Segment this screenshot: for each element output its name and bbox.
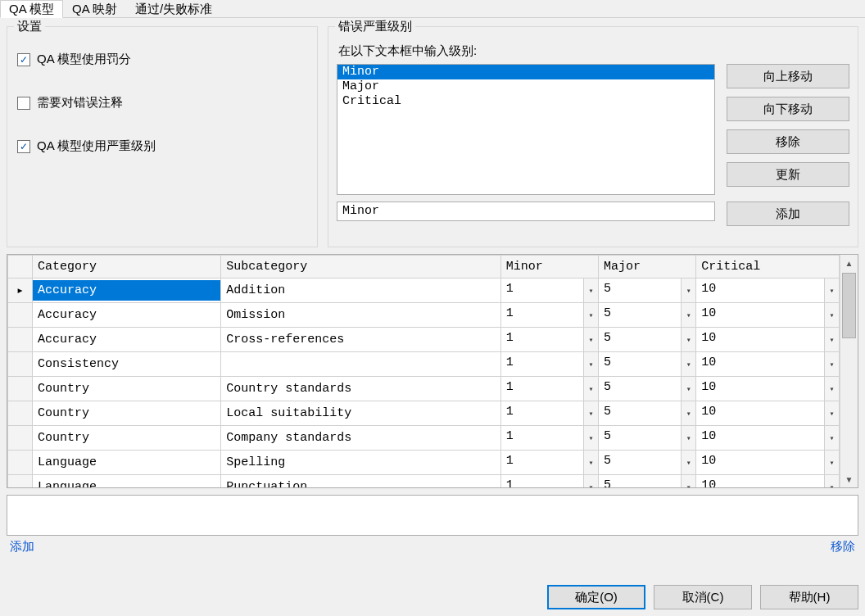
table-row[interactable]: CountryCompany standards1▾5▾10▾ <box>8 426 840 451</box>
col-major[interactable]: Major <box>598 256 695 279</box>
dropdown-arrow-icon[interactable]: ▾ <box>681 377 695 401</box>
dropdown-arrow-icon[interactable]: ▾ <box>824 328 839 351</box>
tab-qa-model[interactable]: QA 模型 <box>0 0 63 18</box>
cell-major[interactable]: 5▾ <box>598 426 695 451</box>
dropdown-arrow-icon[interactable]: ▾ <box>824 279 839 302</box>
cell-major[interactable]: 5▾ <box>598 328 695 352</box>
table-row[interactable]: CountryCountry standards1▾5▾10▾ <box>8 377 840 401</box>
scroll-up-icon[interactable]: ▲ <box>840 255 858 271</box>
dropdown-arrow-icon[interactable]: ▾ <box>681 352 695 376</box>
cell-critical[interactable]: 10▾ <box>696 426 840 451</box>
cell-category[interactable]: Country <box>33 377 221 401</box>
cell-category[interactable]: Accuracy <box>33 279 221 303</box>
cb-comment[interactable]: ✓ <box>17 97 30 110</box>
table-row[interactable]: ▸AccuracyAddition1▾5▾10▾ <box>8 279 840 303</box>
scroll-down-icon[interactable]: ▼ <box>840 471 858 487</box>
cell-major[interactable]: 5▾ <box>598 451 695 475</box>
cell-critical[interactable]: 10▾ <box>696 451 840 475</box>
cell-subcategory[interactable]: Addition <box>221 279 500 303</box>
cell-major[interactable]: 5▾ <box>598 401 695 426</box>
severity-input[interactable]: Minor <box>337 202 715 221</box>
dropdown-arrow-icon[interactable]: ▾ <box>681 328 695 351</box>
cell-subcategory[interactable] <box>221 352 500 377</box>
cell-minor[interactable]: 1▾ <box>500 279 598 303</box>
update-severity-button[interactable]: 更新 <box>727 162 849 187</box>
dropdown-arrow-icon[interactable]: ▾ <box>681 426 695 450</box>
dropdown-arrow-icon[interactable]: ▾ <box>824 451 839 474</box>
col-minor[interactable]: Minor <box>500 256 598 279</box>
dropdown-arrow-icon[interactable]: ▾ <box>583 426 598 450</box>
dropdown-arrow-icon[interactable]: ▾ <box>681 451 695 474</box>
ok-button[interactable]: 确定(O) <box>547 585 645 609</box>
cell-category[interactable]: Language <box>33 475 221 488</box>
table-row[interactable]: Consistency1▾5▾10▾ <box>8 352 840 377</box>
cell-subcategory[interactable]: Cross-references <box>221 328 500 352</box>
cell-category[interactable]: Consistency <box>33 352 221 377</box>
severity-item-minor[interactable]: Minor <box>337 65 714 79</box>
scroll-thumb[interactable] <box>842 273 856 338</box>
dropdown-arrow-icon[interactable]: ▾ <box>583 279 598 302</box>
cell-major[interactable]: 5▾ <box>598 279 695 303</box>
cell-minor[interactable]: 1▾ <box>500 451 598 475</box>
cell-minor[interactable]: 1▾ <box>500 475 598 488</box>
cb-severity[interactable]: ✓ <box>17 140 30 153</box>
dropdown-arrow-icon[interactable]: ▾ <box>681 475 695 487</box>
severity-list[interactable]: Minor Major Critical <box>337 64 715 195</box>
cell-critical[interactable]: 10▾ <box>696 279 840 303</box>
row-header[interactable] <box>8 451 33 475</box>
table-row[interactable]: LanguagePunctuation1▾5▾10▾ <box>8 475 840 488</box>
add-severity-button[interactable]: 添加 <box>727 202 849 226</box>
cell-minor[interactable]: 1▾ <box>500 352 598 377</box>
description-textbox[interactable] <box>7 495 858 536</box>
table-row[interactable]: AccuracyCross-references1▾5▾10▾ <box>8 328 840 352</box>
dropdown-arrow-icon[interactable]: ▾ <box>824 352 839 376</box>
cell-category[interactable]: Accuracy <box>33 328 221 352</box>
row-header[interactable] <box>8 401 33 426</box>
cell-category[interactable]: Country <box>33 401 221 426</box>
col-category[interactable]: Category <box>33 256 221 279</box>
table-row[interactable]: LanguageSpelling1▾5▾10▾ <box>8 451 840 475</box>
grid-scrollbar[interactable]: ▲ ▼ <box>840 255 858 487</box>
col-critical[interactable]: Critical <box>696 256 840 279</box>
cell-critical[interactable]: 10▾ <box>696 401 840 426</box>
cell-minor[interactable]: 1▾ <box>500 303 598 328</box>
cell-critical[interactable]: 10▾ <box>696 377 840 401</box>
dropdown-arrow-icon[interactable]: ▾ <box>583 352 598 376</box>
dropdown-arrow-icon[interactable]: ▾ <box>583 328 598 351</box>
dropdown-arrow-icon[interactable]: ▾ <box>824 303 839 327</box>
cell-subcategory[interactable]: Local suitability <box>221 401 500 426</box>
cell-minor[interactable]: 1▾ <box>500 426 598 451</box>
cell-critical[interactable]: 10▾ <box>696 352 840 377</box>
cell-subcategory[interactable]: Omission <box>221 303 500 328</box>
move-up-button[interactable]: 向上移动 <box>727 64 849 88</box>
dropdown-arrow-icon[interactable]: ▾ <box>583 303 598 327</box>
cell-major[interactable]: 5▾ <box>598 303 695 328</box>
dropdown-arrow-icon[interactable]: ▾ <box>583 401 598 425</box>
cell-subcategory[interactable]: Punctuation <box>221 475 500 488</box>
dropdown-arrow-icon[interactable]: ▾ <box>824 401 839 425</box>
row-header[interactable]: ▸ <box>8 279 33 303</box>
dropdown-arrow-icon[interactable]: ▾ <box>681 401 695 425</box>
cell-critical[interactable]: 10▾ <box>696 328 840 352</box>
tab-pass-fail[interactable]: 通过/失败标准 <box>126 0 221 18</box>
cell-subcategory[interactable]: Spelling <box>221 451 500 475</box>
row-header[interactable] <box>8 303 33 328</box>
cb-penalty[interactable]: ✓ <box>17 53 30 66</box>
cell-category[interactable]: Country <box>33 426 221 451</box>
col-subcategory[interactable]: Subcategory <box>221 256 500 279</box>
cell-minor[interactable]: 1▾ <box>500 401 598 426</box>
dropdown-arrow-icon[interactable]: ▾ <box>583 475 598 487</box>
cell-subcategory[interactable]: Country standards <box>221 377 500 401</box>
dropdown-arrow-icon[interactable]: ▾ <box>681 303 695 327</box>
cell-category[interactable]: Accuracy <box>33 303 221 328</box>
tab-qa-mapping[interactable]: QA 映射 <box>63 0 126 18</box>
cell-minor[interactable]: 1▾ <box>500 377 598 401</box>
dropdown-arrow-icon[interactable]: ▾ <box>681 279 695 302</box>
cell-major[interactable]: 5▾ <box>598 475 695 488</box>
cancel-button[interactable]: 取消(C) <box>654 585 752 609</box>
add-row-link[interactable]: 添加 <box>10 539 34 555</box>
dropdown-arrow-icon[interactable]: ▾ <box>583 451 598 474</box>
move-down-button[interactable]: 向下移动 <box>727 97 849 121</box>
dropdown-arrow-icon[interactable]: ▾ <box>824 377 839 401</box>
table-row[interactable]: CountryLocal suitability1▾5▾10▾ <box>8 401 840 426</box>
